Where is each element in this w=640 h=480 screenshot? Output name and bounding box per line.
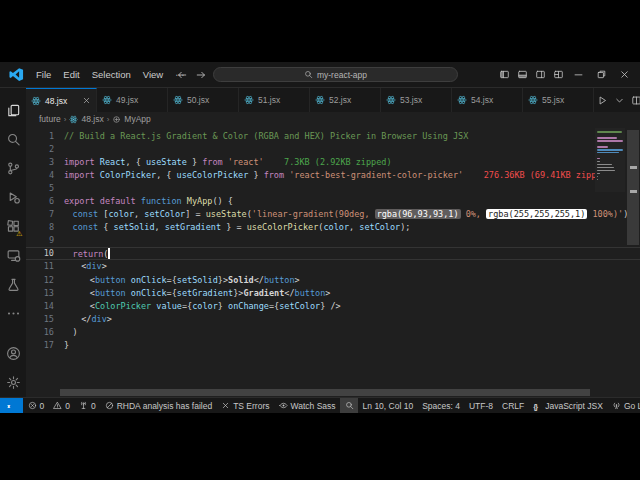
code-line-3[interactable]: 3import React, { useState } from 'react'… — [26, 155, 640, 168]
code-line-13[interactable]: 13<button onClick={setGradient}>Gradient… — [26, 286, 640, 299]
status-encoding[interactable]: UTF-8 — [464, 398, 497, 413]
status-watch-sass[interactable]: Watch Sass — [274, 398, 340, 413]
line-content: // Build a React.js Gradient & Color (RG… — [64, 131, 468, 141]
tab-55.jsx[interactable]: 55.jsx — [523, 88, 594, 112]
code-line-14[interactable]: 14<ColorPicker value={color} onChange={s… — [26, 299, 640, 312]
layout-panel-icon[interactable] — [517, 69, 528, 80]
tab-53.jsx[interactable]: 53.jsx — [381, 88, 452, 112]
horizontal-scrollbar-slider[interactable] — [60, 389, 590, 396]
chevron-down-icon[interactable] — [614, 95, 625, 106]
status-ts-errors[interactable]: TS Errors — [217, 398, 274, 413]
status-go-live[interactable]: Go Live — [607, 398, 640, 413]
arrow-right-icon[interactable] — [195, 69, 207, 81]
code-line-4[interactable]: 4import ColorPicker, { useColorPicker } … — [26, 168, 640, 181]
status-remote-indicator[interactable]: ›‹ — [0, 398, 23, 413]
breadcrumb-item-future[interactable]: future — [39, 114, 61, 124]
code-line-1[interactable]: 1// Build a React.js Gradient & Color (R… — [26, 129, 640, 142]
files-icon — [6, 103, 21, 118]
activity-testing[interactable] — [1, 270, 25, 299]
line-number: 4 — [26, 170, 64, 180]
close-icon[interactable] — [619, 69, 630, 80]
tab-54.jsx[interactable]: 54.jsx — [452, 88, 523, 112]
status-error-count[interactable]: 0 — [23, 398, 49, 413]
horizontal-scrollbar[interactable] — [60, 389, 590, 396]
play-icon[interactable] — [597, 95, 608, 106]
line-number: 12 — [26, 275, 64, 285]
activity-run-debug[interactable] — [1, 183, 25, 212]
breadcrumb[interactable]: future›48.jsx›MyApp — [26, 112, 640, 126]
code-line-16[interactable]: 16) — [26, 325, 640, 338]
minimap-line — [597, 146, 608, 148]
code-line-9[interactable]: 9 — [26, 234, 640, 247]
close-icon[interactable] — [82, 96, 91, 105]
menu-file[interactable]: File — [30, 62, 57, 87]
activity-source-control[interactable] — [1, 154, 25, 183]
status-bar-left: ›‹000RHDA analysis has failedTS ErrorsWa… — [0, 398, 358, 413]
code-line-17[interactable]: 17} — [26, 339, 640, 352]
code-line-15[interactable]: 15</div> — [26, 312, 640, 325]
line-number: 6 — [26, 196, 64, 206]
minimap-line — [597, 161, 600, 163]
code-line-2[interactable]: 2 — [26, 142, 640, 155]
activity-search[interactable] — [1, 125, 25, 154]
react-icon — [102, 95, 112, 105]
search-value: my-react-app — [317, 70, 367, 80]
tab-51.jsx[interactable]: 51.jsx — [239, 88, 310, 112]
restore-icon[interactable] — [596, 69, 607, 80]
code-line-6[interactable]: 6export default function MyApp() { — [26, 194, 640, 207]
title-bar: FileEditSelectionView⋯ my-react-app — [0, 62, 640, 88]
tab-48.jsx[interactable]: 48.jsx — [26, 88, 97, 112]
activity-extensions[interactable]: ⚠ — [1, 212, 25, 241]
arrow-left-icon[interactable] — [176, 69, 188, 81]
code-editor[interactable]: 1// Build a React.js Gradient & Color (R… — [26, 126, 640, 397]
tab-49.jsx[interactable]: 49.jsx — [97, 88, 168, 112]
search-icon — [6, 132, 21, 147]
line-number: 9 — [26, 235, 64, 245]
status-warning-count[interactable]: 0 — [49, 398, 75, 413]
activity-more-views[interactable] — [1, 299, 25, 328]
menu-edit[interactable]: Edit — [57, 62, 85, 87]
line-content: ) — [64, 327, 78, 337]
status-ports-count[interactable]: 0 — [74, 398, 100, 413]
vertical-scrollbar[interactable] — [626, 126, 640, 389]
code-line-7[interactable]: 7const [color, setColor] = useState('lin… — [26, 208, 640, 221]
breadcrumb-item-48jsx[interactable]: 48.jsx — [81, 114, 103, 124]
minimap[interactable] — [595, 128, 625, 192]
cursor-position-label: Ln 10, Col 10 — [363, 401, 414, 411]
activity-remote-explorer[interactable] — [1, 241, 25, 270]
minimap-line — [597, 170, 615, 172]
activity-settings[interactable] — [1, 368, 25, 397]
activity-explorer[interactable] — [1, 96, 25, 125]
vscode-logo-icon — [9, 67, 24, 82]
error-count-label: 0 — [40, 401, 45, 411]
split-editor-icon[interactable] — [631, 95, 640, 106]
status-language-mode[interactable]: { }JavaScript JSX — [529, 398, 608, 413]
status-indentation[interactable]: Spaces: 4 — [418, 398, 465, 413]
status-rhda-status[interactable]: RHDA analysis has failed — [100, 398, 216, 413]
menu-selection[interactable]: Selection — [86, 62, 137, 87]
code-line-10[interactable]: 10return( — [26, 247, 640, 260]
remote-explorer-icon — [6, 248, 21, 263]
layout-sidebar-right-icon[interactable] — [535, 69, 546, 80]
code-line-12[interactable]: 12<button onClick={setSolid}>Solid</butt… — [26, 273, 640, 286]
breadcrumb-item-myapp[interactable]: MyApp — [124, 114, 150, 124]
status-cursor-position[interactable]: Ln 10, Col 10 — [358, 398, 418, 413]
line-content: <div> — [64, 261, 107, 271]
line-number: 17 — [26, 340, 64, 350]
status-search-indicator[interactable] — [340, 398, 358, 413]
status-eol[interactable]: CRLF — [498, 398, 529, 413]
tab-52.jsx[interactable]: 52.jsx — [310, 88, 381, 112]
layout-sidebar-left-icon[interactable] — [499, 69, 510, 80]
code-line-5[interactable]: 5 — [26, 181, 640, 194]
eye-icon — [279, 401, 288, 410]
vertical-scrollbar-slider[interactable] — [627, 130, 639, 245]
minimap-line — [597, 152, 619, 154]
activity-account[interactable] — [1, 339, 25, 368]
tab-50.jsx[interactable]: 50.jsx — [168, 88, 239, 112]
layout-customize-icon[interactable] — [553, 69, 564, 80]
code-line-8[interactable]: 8const { setSolid, setGradient } = useCo… — [26, 221, 640, 234]
minimize-icon[interactable] — [573, 69, 584, 80]
menu-view[interactable]: View — [137, 62, 169, 87]
command-center-search[interactable]: my-react-app — [213, 67, 458, 82]
code-line-11[interactable]: 11<div> — [26, 260, 640, 273]
